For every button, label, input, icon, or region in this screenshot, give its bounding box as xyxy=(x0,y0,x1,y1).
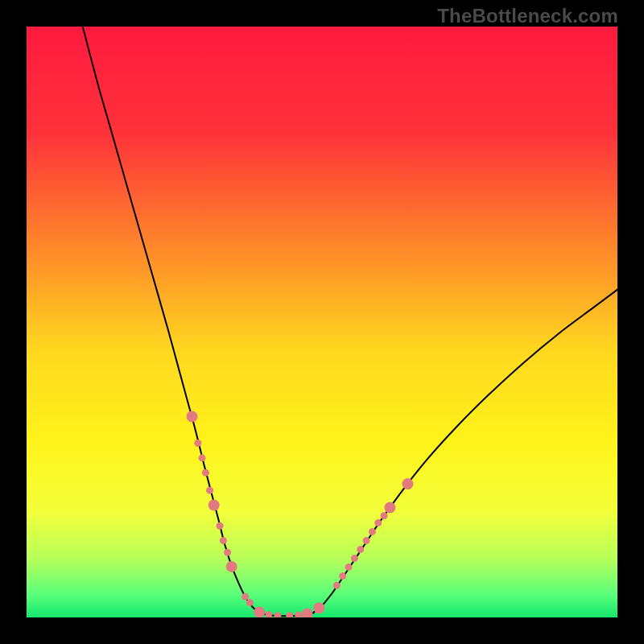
data-marker xyxy=(199,454,206,461)
data-marker xyxy=(217,522,224,530)
data-marker xyxy=(202,469,209,477)
data-marker xyxy=(194,440,201,447)
data-marker xyxy=(369,528,376,535)
watermark-text: TheBottleneck.com xyxy=(437,5,618,27)
data-marker xyxy=(345,564,353,571)
data-marker xyxy=(226,561,237,572)
data-marker xyxy=(187,411,198,422)
data-marker xyxy=(224,549,231,556)
data-marker xyxy=(357,546,364,553)
data-marker xyxy=(333,582,341,589)
data-marker xyxy=(254,606,265,617)
data-marker xyxy=(381,512,388,519)
chart-frame: TheBottleneck.com xyxy=(0,0,644,644)
data-marker xyxy=(384,502,395,513)
data-marker xyxy=(313,602,324,613)
data-marker xyxy=(402,478,413,489)
data-marker xyxy=(242,593,249,601)
data-marker xyxy=(206,487,213,494)
data-marker xyxy=(351,555,358,562)
data-marker xyxy=(220,537,227,544)
chart-svg xyxy=(27,27,617,617)
data-marker xyxy=(363,537,370,544)
plot-area xyxy=(27,27,617,617)
data-marker xyxy=(339,572,346,580)
gradient-background xyxy=(27,27,617,617)
data-marker xyxy=(246,599,254,606)
data-marker xyxy=(208,500,220,511)
data-marker xyxy=(374,519,382,526)
